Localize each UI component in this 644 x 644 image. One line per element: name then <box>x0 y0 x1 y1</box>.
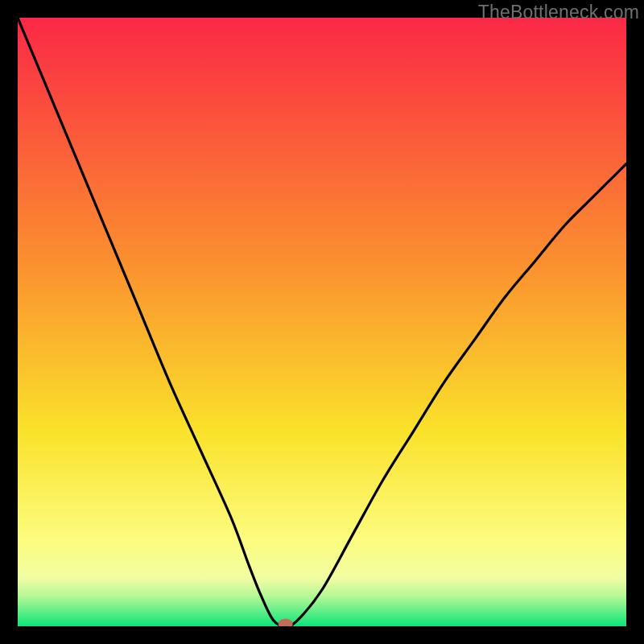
gradient-background <box>18 18 626 626</box>
bottleneck-chart <box>18 18 626 626</box>
watermark-text: TheBottleneck.com <box>478 2 639 23</box>
chart-frame <box>18 18 626 626</box>
